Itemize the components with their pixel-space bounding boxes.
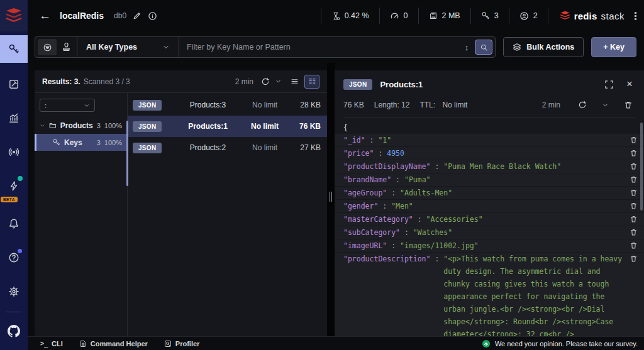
- delete-field-button[interactable]: [630, 175, 638, 183]
- sidebar-item-settings[interactable]: [0, 279, 28, 304]
- json-field-row[interactable]: "imageURL" : "images/11002.jpg": [335, 239, 644, 252]
- json-value[interactable]: "Men": [391, 202, 413, 211]
- sidebar-item-github[interactable]: [0, 319, 28, 344]
- sidebar-item-workbench[interactable]: [0, 72, 28, 97]
- add-key-button[interactable]: + Key: [591, 37, 636, 57]
- key-row[interactable]: JSON Products:1 No limit 76 KB: [128, 116, 327, 137]
- sort-toggle-button[interactable]: ↕: [461, 43, 473, 52]
- bulk-actions-button[interactable]: Bulk Actions: [503, 37, 584, 57]
- tree-node-label: Products: [60, 121, 93, 130]
- sidebar-item-notifications[interactable]: [0, 211, 28, 236]
- tree-node-products[interactable]: Products 3 100%: [35, 117, 127, 134]
- json-field-row[interactable]: "brandName" : "Puma": [335, 173, 644, 186]
- refresh-settings-chevron[interactable]: [599, 101, 611, 110]
- bulk-actions-label: Bulk Actions: [526, 43, 574, 52]
- key-filter-input[interactable]: [180, 37, 461, 57]
- key-type-select[interactable]: All Key Types: [79, 37, 177, 57]
- delimiter-select[interactable]: :: [40, 99, 95, 112]
- detail-ttl-label: TTL:: [419, 101, 435, 109]
- json-value[interactable]: 4950: [387, 149, 404, 158]
- metric-clients-value: 2: [533, 11, 538, 20]
- survey-link[interactable]: We need your opinion. Please take our su…: [482, 339, 638, 348]
- key-row[interactable]: JSON Products:3 No limit 28 KB: [128, 94, 327, 116]
- metric-cpu: 0.42 %: [321, 8, 379, 24]
- json-field-row[interactable]: "price" : 4950: [335, 147, 644, 160]
- delete-key-button[interactable]: [621, 99, 635, 111]
- close-detail-button[interactable]: ×: [624, 77, 635, 92]
- scrollbar-thumb[interactable]: [640, 123, 643, 211]
- metric-keys: 3: [470, 8, 509, 24]
- json-value[interactable]: "Adults-Men": [400, 189, 452, 197]
- refresh-detail-button[interactable]: [575, 99, 589, 111]
- json-field-row[interactable]: "productDescription" : "<p>This watch fr…: [335, 253, 644, 336]
- json-value[interactable]: "Accessories": [426, 215, 483, 224]
- tree-node-keys[interactable]: Keys 3 100%: [35, 134, 127, 151]
- key-icon: [481, 11, 490, 20]
- refresh-settings-chevron[interactable]: [272, 77, 284, 86]
- document-icon: [79, 340, 87, 347]
- json-key: "imageURL": [343, 241, 387, 250]
- edit-alias-button[interactable]: [133, 11, 142, 20]
- sidebar-item-analytics[interactable]: [0, 106, 28, 131]
- cli-toggle[interactable]: >_ CLI: [40, 340, 63, 347]
- sidebar-item-triggers-functions[interactable]: BETA: [0, 173, 28, 199]
- json-field-row[interactable]: "productDisplayName" : "Puma Men Race Bl…: [335, 160, 644, 173]
- delete-field-button[interactable]: [630, 202, 638, 210]
- delete-field-button[interactable]: [630, 162, 638, 170]
- help-icon: [8, 252, 19, 263]
- profiler-toggle[interactable]: Profiler: [164, 340, 200, 347]
- detail-ttl-value[interactable]: No limit: [442, 101, 467, 109]
- key-rows: JSON Products:3 No limit 28 KB JSON Prod…: [128, 93, 327, 336]
- sidebar-item-browser[interactable]: [0, 35, 28, 63]
- sidebar-item-pubsub[interactable]: [0, 139, 28, 165]
- delete-field-button[interactable]: [630, 228, 638, 236]
- metric-cpu-value: 0.42 %: [345, 11, 369, 20]
- fullscreen-button[interactable]: [602, 79, 616, 90]
- json-value[interactable]: "Watches": [413, 228, 452, 237]
- json-value[interactable]: "Puma": [404, 175, 431, 184]
- list-view-button[interactable]: [287, 75, 302, 89]
- delete-field-button[interactable]: [630, 189, 638, 197]
- chart-icon: [8, 112, 19, 124]
- json-value[interactable]: "1": [378, 136, 391, 145]
- tree-view-icon: [308, 77, 316, 85]
- delete-field-button[interactable]: [630, 136, 638, 144]
- refresh-keys-button[interactable]: [258, 76, 272, 87]
- sidebar-item-help[interactable]: [0, 245, 28, 270]
- last-refresh-time: 2 min: [235, 77, 253, 86]
- search-history-button[interactable]: [57, 39, 75, 55]
- json-field-row[interactable]: "subCategory" : "Watches": [335, 226, 644, 239]
- db-info-button[interactable]: [148, 11, 157, 21]
- trash-icon: [630, 202, 638, 210]
- search-icon: [480, 43, 488, 52]
- json-field-row[interactable]: "_id" : "1": [335, 134, 644, 146]
- filter-toggle-button[interactable]: [38, 39, 57, 55]
- delete-field-button[interactable]: [630, 215, 638, 223]
- json-key: "productDescription": [343, 254, 430, 263]
- json-field-row[interactable]: "masterCategory" : "Accessories": [335, 213, 644, 226]
- panel-resize-handle[interactable]: [330, 192, 332, 202]
- tree-resize-divider[interactable]: [126, 121, 128, 186]
- command-helper-toggle[interactable]: Command Helper: [79, 340, 148, 347]
- key-type-badge: JSON: [133, 121, 162, 132]
- redis-stack-brand: redis stack: [548, 8, 631, 24]
- json-key: "subCategory": [343, 228, 400, 237]
- hourglass-icon: [331, 11, 340, 21]
- json-value[interactable]: "Puma Men Race Black Watch": [443, 162, 561, 171]
- delete-field-button[interactable]: [630, 149, 638, 157]
- overflow-menu-button[interactable]: [635, 12, 636, 20]
- delete-field-button[interactable]: [630, 241, 638, 249]
- brand-redis-text: redis: [574, 11, 597, 21]
- panel-gutter[interactable]: [327, 63, 335, 336]
- key-row[interactable]: JSON Products:2 No limit 27 KB: [128, 137, 327, 158]
- apply-search-button[interactable]: [475, 40, 492, 55]
- json-value[interactable]: "images/11002.jpg": [400, 241, 479, 250]
- delete-field-button[interactable]: [630, 254, 638, 263]
- back-button[interactable]: ←: [39, 9, 51, 23]
- json-value[interactable]: "<p>This watch from puma comes in a heav…: [443, 253, 623, 336]
- database-index: db0: [114, 11, 126, 20]
- expand-icon: [604, 80, 614, 89]
- json-field-row[interactable]: "gender" : "Men": [335, 200, 644, 212]
- tree-view-button[interactable]: [304, 75, 319, 89]
- json-field-row[interactable]: "ageGroup" : "Adults-Men": [335, 187, 644, 199]
